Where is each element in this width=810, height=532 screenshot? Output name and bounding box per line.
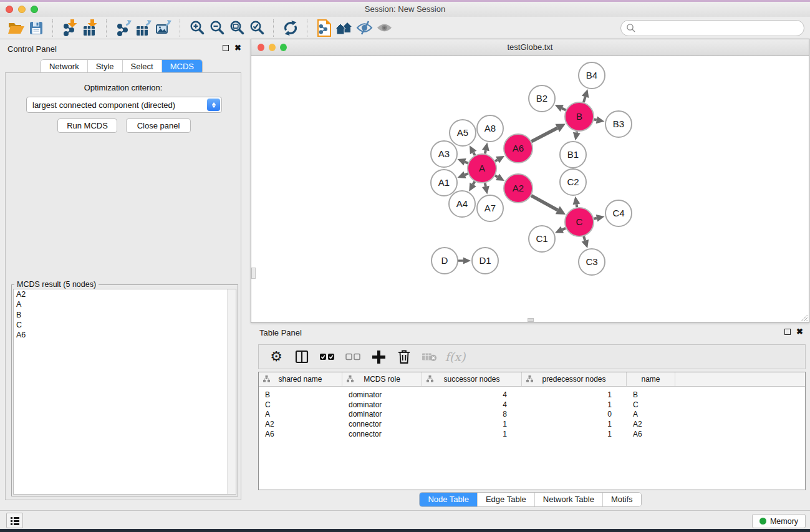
result-item[interactable]: B	[14, 310, 236, 320]
column-header-predecessor-nodes[interactable]: predecessor nodes	[522, 372, 627, 386]
criterion-dropdown[interactable]: largest connected component (directed)	[26, 97, 222, 113]
save-session-icon[interactable]	[26, 19, 46, 37]
cell-name[interactable]: A6	[627, 430, 675, 438]
cell-name[interactable]: A	[627, 410, 675, 418]
cell-successor-nodes[interactable]: 4	[422, 400, 522, 409]
cell-shared-name[interactable]: A6	[259, 430, 342, 438]
zoom-in-icon[interactable]	[187, 19, 207, 37]
deselect-all-icon[interactable]	[345, 349, 360, 365]
node-label-A6: A6	[513, 143, 524, 153]
column-header-successor-nodes[interactable]: successor nodes	[422, 372, 522, 386]
mcds-result-groupbox: MCDS result (5 nodes) A2ABCA6	[11, 284, 238, 496]
refresh-icon[interactable]	[281, 19, 301, 37]
tab-network[interactable]: Network	[41, 60, 87, 74]
home-icon[interactable]	[334, 19, 354, 37]
result-item[interactable]: A2	[14, 289, 236, 299]
close-window-button[interactable]	[6, 6, 13, 13]
close-network-button[interactable]	[258, 44, 264, 51]
cell-successor-nodes[interactable]: 4	[422, 390, 522, 399]
cell-name[interactable]: A2	[627, 420, 675, 428]
minimize-network-button[interactable]	[269, 44, 276, 51]
memory-button[interactable]: Memory	[752, 514, 806, 528]
close-panel-icon[interactable]: ✖	[234, 45, 241, 51]
edge-C-C4	[594, 218, 597, 219]
export-image-icon[interactable]	[153, 19, 173, 37]
zoom-window-button[interactable]	[31, 6, 38, 13]
table-row[interactable]: A2connector11A2	[259, 419, 805, 429]
table-row[interactable]: Cdominator41C	[259, 400, 805, 410]
zoom-fit-icon[interactable]	[227, 19, 247, 37]
zoom-selected-icon[interactable]	[247, 19, 267, 37]
cell-MCDS-role[interactable]: dominator	[342, 400, 422, 409]
result-item[interactable]: C	[14, 320, 236, 330]
cell-MCDS-role[interactable]: connector	[342, 420, 422, 428]
table-header-row: shared nameMCDS rolesuccessor nodesprede…	[259, 372, 805, 387]
settings-gear-icon[interactable]: ⚙	[269, 349, 284, 365]
minimize-window-button[interactable]	[18, 6, 26, 13]
toolbar-separator	[52, 19, 54, 37]
close-panel-button[interactable]: Close panel	[126, 118, 191, 133]
cell-MCDS-role[interactable]: dominator	[342, 390, 422, 399]
task-list-button[interactable]	[6, 513, 23, 528]
cell-predecessor-nodes[interactable]: 1	[522, 430, 627, 438]
network-horizontal-scrollbar[interactable]	[528, 318, 534, 322]
cell-predecessor-nodes[interactable]: 0	[522, 410, 627, 418]
show-panels-icon[interactable]	[374, 19, 394, 37]
open-file-icon[interactable]	[6, 19, 26, 37]
result-item[interactable]: A	[14, 299, 236, 309]
cell-predecessor-nodes[interactable]: 1	[522, 400, 627, 409]
cell-successor-nodes[interactable]: 1	[422, 430, 522, 438]
tab-style[interactable]: Style	[87, 60, 122, 74]
column-header-name[interactable]: name	[627, 372, 675, 386]
cell-predecessor-nodes[interactable]: 1	[522, 390, 627, 399]
result-list-scrollbar[interactable]	[227, 289, 236, 494]
cell-MCDS-role[interactable]: dominator	[342, 410, 422, 418]
import-network-icon[interactable]	[60, 19, 80, 37]
float-table-panel-icon[interactable]	[784, 329, 791, 335]
zoom-network-button[interactable]	[280, 44, 287, 51]
delete-column-icon[interactable]	[397, 349, 412, 365]
search-input[interactable]	[620, 20, 804, 36]
select-all-icon[interactable]	[320, 349, 335, 365]
new-network-icon[interactable]	[314, 19, 334, 37]
cell-predecessor-nodes[interactable]: 1	[522, 420, 627, 428]
result-item[interactable]: A6	[14, 330, 236, 340]
cell-shared-name[interactable]: A2	[259, 420, 342, 428]
cell-successor-nodes[interactable]: 8	[422, 410, 522, 418]
attribute-tree-icon	[263, 375, 270, 384]
cell-MCDS-role[interactable]: connector	[342, 430, 422, 438]
cell-name[interactable]: B	[627, 390, 675, 399]
tab-mcds[interactable]: MCDS	[162, 60, 202, 74]
cell-shared-name[interactable]: A	[259, 410, 342, 418]
run-mcds-button[interactable]: Run MCDS	[57, 118, 117, 133]
column-header-MCDS-role[interactable]: MCDS role	[342, 372, 422, 386]
network-canvas[interactable]: B4B2BB3A8A5A6A3B1AC2A1A2A4A7C4CC1C3DD1	[252, 56, 808, 317]
zoom-out-icon[interactable]	[207, 19, 227, 37]
tab-node-table[interactable]: Node Table	[420, 493, 477, 506]
tab-network-table[interactable]: Network Table	[534, 493, 602, 506]
column-header-shared-name[interactable]: shared name	[259, 372, 342, 386]
tab-edge-table[interactable]: Edge Table	[477, 493, 534, 506]
tab-select[interactable]: Select	[122, 60, 162, 74]
tab-motifs[interactable]: Motifs	[602, 493, 641, 506]
table-row[interactable]: Bdominator41B	[259, 390, 805, 400]
cell-name[interactable]: C	[627, 400, 675, 409]
resize-grip-icon[interactable]	[799, 313, 808, 322]
cell-successor-nodes[interactable]: 1	[422, 420, 522, 428]
window-titlebar: Session: New Session	[0, 2, 810, 17]
table-row[interactable]: Adominator80A	[259, 409, 805, 419]
table-row[interactable]: A6connector11A6	[259, 429, 805, 439]
export-table-icon[interactable]	[133, 19, 153, 37]
cell-shared-name[interactable]: C	[259, 400, 342, 409]
column-selector-icon[interactable]	[294, 349, 309, 365]
network-vertical-scrollbar[interactable]	[251, 268, 256, 279]
float-panel-icon[interactable]	[223, 45, 229, 51]
cell-shared-name[interactable]: B	[259, 390, 342, 399]
close-table-panel-icon[interactable]: ✖	[796, 329, 803, 335]
edge-B-B2	[562, 109, 566, 110]
export-network-icon[interactable]	[113, 19, 133, 37]
table-tabs: Node TableEdge TableNetwork TableMotifs	[251, 492, 810, 507]
import-table-icon[interactable]	[80, 19, 100, 37]
add-column-icon[interactable]	[371, 349, 386, 365]
hide-panels-icon[interactable]	[354, 19, 374, 37]
